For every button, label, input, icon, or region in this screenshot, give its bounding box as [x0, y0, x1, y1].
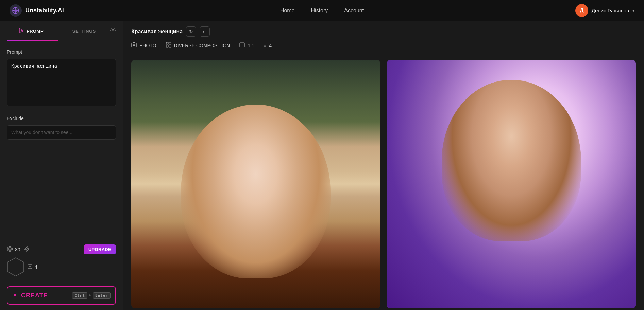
image-card-2[interactable]	[387, 60, 636, 308]
token-amount: 4	[35, 264, 37, 270]
create-label: CREATE	[21, 292, 48, 299]
tab-prompt[interactable]: PROMPT	[7, 21, 58, 41]
filter-photo[interactable]: PHOTO	[131, 42, 156, 48]
sidebar: PROMPT SETTINGS Prompt Красивая женщина …	[0, 21, 123, 310]
sidebar-bottom: $ 80 UPGRADE	[0, 239, 123, 282]
title-bar: Красивая женщина ↻ ↩	[131, 26, 636, 37]
image-2	[387, 60, 636, 308]
exclude-input[interactable]	[7, 125, 116, 140]
kbd-ctrl: Ctrl	[72, 292, 87, 299]
svg-rect-16	[166, 42, 168, 44]
chevron-down-icon: ▾	[632, 8, 634, 13]
svg-point-6	[112, 30, 114, 31]
filter-bar: PHOTO DIVERSE COMPOSITION	[131, 42, 636, 53]
kbd-plus: +	[89, 293, 91, 298]
sparkle-icon: ✦	[12, 292, 18, 299]
credits-amount: 80	[15, 247, 20, 252]
svg-point-3	[15, 12, 16, 14]
create-btn-wrapper: ✦ CREATE Ctrl + Enter	[0, 282, 123, 310]
user-name: Денис Гурьянов	[592, 7, 629, 13]
credits-item: $ 80	[7, 246, 20, 253]
image-1	[131, 60, 380, 308]
header: Unstability.AI Home History Account Д Де…	[0, 0, 644, 21]
sidebar-tabs: PROMPT SETTINGS	[0, 21, 123, 41]
filter-ratio-label: 1:1	[248, 43, 254, 48]
nav-history[interactable]: History	[311, 7, 328, 14]
prompt-label: Prompt	[7, 49, 116, 55]
filter-photo-label: PHOTO	[139, 43, 156, 48]
image-card-1[interactable]	[131, 60, 380, 308]
filter-ratio[interactable]: 1:1	[239, 42, 254, 48]
hex-shape	[7, 257, 24, 277]
settings-gear-button[interactable]	[110, 21, 116, 41]
portrait-2-scene	[387, 60, 636, 308]
nav-home[interactable]: Home	[280, 7, 295, 14]
filter-count[interactable]: # 4	[264, 43, 272, 48]
main-nav: Home History Account	[280, 7, 364, 14]
svg-point-15	[133, 44, 135, 46]
tab-prompt-label: PROMPT	[27, 29, 47, 34]
portrait-1-scene	[131, 60, 380, 308]
coin-icon: $	[7, 246, 13, 253]
svg-rect-19	[169, 45, 171, 47]
lightning-item	[24, 246, 29, 253]
prompt-icon	[19, 28, 24, 34]
filter-composition-label: DIVERSE COMPOSITION	[174, 43, 230, 48]
avatar: Д	[575, 4, 588, 17]
keyboard-hint: Ctrl + Enter	[72, 292, 111, 299]
image-grid	[131, 60, 636, 308]
logo-text: Unstability.AI	[25, 7, 64, 14]
logo-icon	[10, 4, 22, 17]
svg-marker-10	[7, 258, 24, 276]
svg-rect-17	[169, 42, 171, 44]
main-layout: PROMPT SETTINGS Prompt Красивая женщина …	[0, 21, 644, 310]
svg-rect-14	[132, 43, 136, 47]
filter-composition[interactable]: DIVERSE COMPOSITION	[166, 42, 230, 49]
content-area: Красивая женщина ↻ ↩ PHOTO	[123, 21, 644, 310]
sidebar-content: Prompt Красивая женщина Exclude	[0, 41, 123, 239]
kbd-enter: Enter	[93, 292, 111, 299]
tab-settings-label: SETTINGS	[72, 29, 96, 34]
svg-rect-18	[166, 45, 168, 47]
revert-button[interactable]: ↩	[200, 26, 210, 37]
nav-account[interactable]: Account	[344, 7, 364, 14]
prompt-textarea[interactable]: Красивая женщина	[7, 59, 116, 106]
token-icon	[27, 264, 33, 270]
content-title: Красивая женщина	[131, 29, 183, 35]
exclude-section: Exclude	[7, 116, 116, 140]
svg-point-1	[14, 9, 17, 12]
filter-count-label: 4	[269, 43, 272, 48]
svg-text:$: $	[9, 248, 11, 251]
composition-icon	[166, 42, 171, 49]
upgrade-button[interactable]: UPGRADE	[84, 244, 116, 254]
tab-settings[interactable]: SETTINGS	[58, 21, 110, 41]
exclude-label: Exclude	[7, 116, 116, 121]
create-button[interactable]: ✦ CREATE Ctrl + Enter	[7, 286, 116, 305]
refresh-button[interactable]: ↻	[186, 26, 196, 37]
svg-point-2	[15, 7, 16, 9]
svg-point-5	[17, 10, 19, 11]
token-count: 4	[27, 264, 37, 270]
ratio-icon	[239, 42, 245, 48]
svg-rect-20	[240, 43, 244, 47]
hash-icon: #	[264, 43, 266, 48]
photo-icon	[131, 42, 137, 48]
credits-row: $ 80 UPGRADE	[7, 244, 116, 254]
user-area[interactable]: Д Денис Гурьянов ▾	[575, 4, 634, 17]
tokens-row: 4	[7, 257, 116, 277]
svg-point-4	[13, 10, 14, 11]
lightning-icon	[24, 246, 29, 253]
